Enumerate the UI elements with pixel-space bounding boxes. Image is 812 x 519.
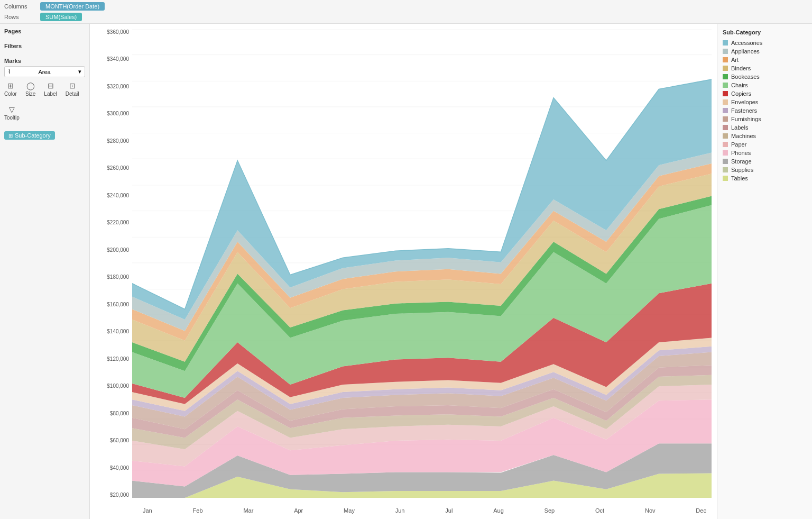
legend-item[interactable]: Appliances <box>723 48 807 54</box>
rows-row: Rows SUM(Sales) <box>4 13 808 21</box>
marks-icons-group: ⊞ Color ◯ Size ⊟ Label ⊡ Detail ▽ Tool <box>4 81 85 121</box>
legend-label: Tables <box>731 175 748 181</box>
y-label-140: $140,000 <box>107 329 129 334</box>
legend-swatch <box>723 159 728 164</box>
left-panel: Pages Filters Marks ⌇ Area ▾ ⊞ Color ◯ S… <box>0 24 90 519</box>
x-label-jul: Jul <box>445 507 453 514</box>
legend-label: Furnishings <box>731 116 761 122</box>
marks-section: Marks ⌇ Area ▾ ⊞ Color ◯ Size ⊟ Label <box>4 58 85 140</box>
y-label-40: $40,000 <box>110 465 129 471</box>
marks-type-dropdown[interactable]: ⌇ Area ▾ <box>4 66 85 77</box>
tooltip-icon: ▽ <box>9 105 15 114</box>
legend-item[interactable]: Bookcases <box>723 74 807 80</box>
color-mark[interactable]: ⊞ Color <box>4 81 17 97</box>
y-label-20: $20,000 <box>110 492 129 498</box>
legend-item[interactable]: Paper <box>723 141 807 148</box>
legend-label: Phones <box>731 150 751 156</box>
legend-swatch <box>723 167 728 172</box>
y-label-220: $220,000 <box>107 220 129 225</box>
legend-swatch <box>723 74 728 79</box>
legend-item[interactable]: Binders <box>723 65 807 71</box>
legend-label: Supplies <box>731 167 753 173</box>
legend-label: Binders <box>731 65 751 71</box>
legend-items: AccessoriesAppliancesArtBindersBookcases… <box>723 40 807 181</box>
x-label-mar: Mar <box>243 507 253 514</box>
legend-swatch <box>723 91 728 96</box>
x-label-dec: Dec <box>696 507 706 514</box>
legend-item[interactable]: Supplies <box>723 167 807 173</box>
legend-label: Chairs <box>731 82 748 88</box>
grid-icon: ⊞ <box>8 133 13 139</box>
y-label-340: $340,000 <box>107 56 129 62</box>
legend-item[interactable]: Furnishings <box>723 116 807 122</box>
x-label-jun: Jun <box>395 507 405 514</box>
marks-area-icon: ⌇ <box>8 68 11 75</box>
legend-swatch <box>723 66 728 71</box>
legend-item[interactable]: Labels <box>723 124 807 131</box>
legend-label: Storage <box>731 158 752 165</box>
legend-swatch <box>723 40 728 45</box>
detail-mark[interactable]: ⊡ Detail <box>66 81 79 97</box>
size-icon: ◯ <box>26 81 35 90</box>
y-label-180: $180,000 <box>107 274 129 280</box>
legend-swatch <box>723 57 728 62</box>
x-label-feb: Feb <box>193 507 203 514</box>
size-mark[interactable]: ◯ Size <box>25 81 35 97</box>
y-label-240: $240,000 <box>107 193 129 198</box>
legend-label: Machines <box>731 133 756 139</box>
legend-item[interactable]: Copiers <box>723 90 807 97</box>
legend-item[interactable]: Fasteners <box>723 107 807 114</box>
color-label: Color <box>4 91 17 97</box>
legend-item[interactable]: Envelopes <box>723 99 807 105</box>
columns-row: Columns MONTH(Order Date) <box>4 2 808 11</box>
y-label-100: $100,000 <box>107 383 129 389</box>
y-label-80: $80,000 <box>110 411 129 416</box>
y-label-120: $120,000 <box>107 356 129 362</box>
legend-swatch <box>723 150 728 156</box>
sub-category-label: Sub-Category <box>15 132 51 139</box>
legend-label: Copiers <box>731 90 751 97</box>
y-label-160: $160,000 <box>107 302 129 307</box>
size-label: Size <box>25 91 35 97</box>
main-layout: Pages Filters Marks ⌇ Area ▾ ⊞ Color ◯ S… <box>0 24 812 519</box>
y-label-320: $320,000 <box>107 84 129 89</box>
legend-swatch <box>723 142 728 147</box>
legend-label: Paper <box>731 141 746 148</box>
pages-section: Pages <box>4 28 85 37</box>
x-label-jan: Jan <box>143 507 152 514</box>
rows-value[interactable]: SUM(Sales) <box>40 13 82 21</box>
top-bar: Columns MONTH(Order Date) Rows SUM(Sales… <box>0 0 812 24</box>
legend-item[interactable]: Accessories <box>723 40 807 46</box>
legend-label: Appliances <box>731 48 760 54</box>
x-label-apr: Apr <box>294 507 303 514</box>
legend-swatch <box>723 83 728 88</box>
y-label-200: $200,000 <box>107 247 129 253</box>
filters-title: Filters <box>4 43 85 49</box>
legend-item[interactable]: Tables <box>723 175 807 181</box>
tooltip-label: Tooltip <box>4 115 20 121</box>
legend-item[interactable]: Phones <box>723 150 807 156</box>
label-mark[interactable]: ⊟ Label <box>44 81 57 97</box>
chart-area: $360,000 $340,000 $320,000 $300,000 $280… <box>90 24 717 519</box>
marks-type-label: Area <box>38 69 50 75</box>
label-icon: ⊟ <box>48 81 54 90</box>
legend-swatch <box>723 116 728 122</box>
legend-item[interactable]: Storage <box>723 158 807 165</box>
color-icon: ⊞ <box>7 81 14 90</box>
sub-category-pill[interactable]: ⊞ Sub-Category <box>4 131 55 140</box>
y-axis: $360,000 $340,000 $320,000 $300,000 $280… <box>90 29 132 498</box>
legend-item[interactable]: Art <box>723 57 807 63</box>
marks-title: Marks <box>4 58 85 64</box>
label-label: Label <box>44 91 57 97</box>
tooltip-mark[interactable]: ▽ Tooltip <box>4 105 20 121</box>
legend-swatch <box>723 176 728 181</box>
x-label-may: May <box>344 507 355 514</box>
x-label-sep: Sep <box>545 507 555 514</box>
legend-label: Envelopes <box>731 99 758 105</box>
legend-item[interactable]: Machines <box>723 133 807 139</box>
legend-label: Bookcases <box>731 74 760 80</box>
y-label-300: $300,000 <box>107 111 129 116</box>
columns-value[interactable]: MONTH(Order Date) <box>40 2 105 11</box>
legend-item[interactable]: Chairs <box>723 82 807 88</box>
x-label-aug: Aug <box>493 507 504 514</box>
